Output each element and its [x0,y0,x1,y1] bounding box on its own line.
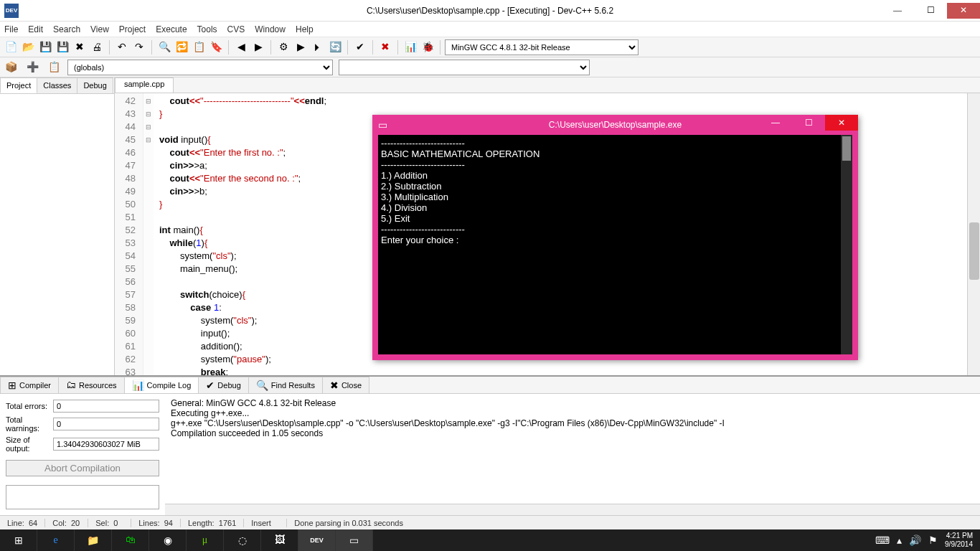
compile-extra-field[interactable] [6,485,159,509]
total-errors-label: Total errors: [6,402,49,410]
insert-icon[interactable]: ➕ [24,60,40,75]
menu-edit[interactable]: Edit [28,24,43,34]
menu-cvs[interactable]: CVS [227,24,245,34]
title-bar: DEV C:\Users\user\Desktop\sample.cpp - [… [0,0,980,22]
tray-action-icon[interactable]: ⚑ [928,534,938,547]
rebuild-icon[interactable]: 🔄 [327,39,343,55]
bottom-tab-resources[interactable]: 🗂Resources [58,377,125,393]
find-icon[interactable]: 🔍 [156,39,172,55]
redo-icon[interactable]: ↷ [131,39,147,55]
total-errors-field[interactable] [53,400,159,413]
bottom-tab-debug[interactable]: ✔Debug [198,377,248,393]
fold-column[interactable]: ⊟ ⊟ ⊟ ⊟ [143,93,154,375]
console-minimize-button[interactable]: — [759,115,792,131]
menu-help[interactable]: Help [296,24,314,34]
undo-icon[interactable]: ↶ [114,39,130,55]
main-toolbar: 📄 📂 💾 💾 ✖ 🖨 ↶ ↷ 🔍 🔁 📋 🔖 ◀ ▶ ⚙ ▶ ⏵ 🔄 ✔ ✖ … [0,37,980,57]
run-icon[interactable]: ▶ [293,39,308,55]
find-results-icon: 🔍 [256,380,268,392]
taskbar-photos-icon[interactable]: 🖼 [261,529,298,551]
vertical-scrollbar[interactable] [967,93,980,375]
compile-log-icon: 📊 [132,380,144,392]
output-size-field[interactable] [53,438,159,451]
start-button[interactable]: ⊞ [0,529,37,551]
member-select[interactable] [339,60,590,75]
app-icon: DEV [4,4,19,18]
goto-icon[interactable]: 📋 [191,39,207,55]
resources-icon: 🗂 [66,380,76,391]
console-titlebar[interactable]: ▭ C:\Users\user\Desktop\sample.exe — ☐ ✕ [372,115,858,135]
menu-window[interactable]: Window [255,24,286,34]
list-icon[interactable]: 📋 [46,60,62,75]
compile-icon[interactable]: ⚙ [275,39,291,55]
tool-icon[interactable]: 🐞 [420,39,435,55]
file-tab-sample[interactable]: sample.cpp [115,77,174,93]
side-panel: ProjectClassesDebug [0,77,115,375]
bottom-tab-find-results[interactable]: 🔍Find Results [248,377,323,393]
taskbar-devcpp-icon[interactable]: DEV [298,529,336,551]
menu-search[interactable]: Search [53,24,80,34]
abort-compilation-button[interactable]: Abort Compilation [6,460,159,476]
close-button[interactable]: ✕ [947,3,980,19]
compile-summary: Total errors: Total warnings: Size of ou… [0,394,165,515]
taskbar: ⊞ e 📁 🛍 ◉ μ ◌ 🖼 DEV ▭ ⌨ ▴ 🔊 ⚑ 4:21 PM9/9… [0,529,980,551]
side-tab-project[interactable]: Project [0,77,37,93]
open-file-icon[interactable]: 📂 [20,39,36,55]
menu-view[interactable]: View [90,24,109,34]
taskbar-chrome-icon[interactable]: ◉ [149,529,187,551]
console-output[interactable]: --------------------------- BASIC MATHEM… [378,135,852,354]
taskbar-app1-icon[interactable]: ◌ [224,529,261,551]
compile-log[interactable]: General: MinGW GCC 4.8.1 32-bit Release … [165,394,980,515]
save-icon[interactable]: 💾 [37,39,53,55]
menu-project[interactable]: Project [119,24,146,34]
close-file-icon[interactable]: ✖ [72,39,88,55]
console-title: C:\Users\user\Desktop\sample.exe [549,120,682,130]
line-gutter: 42 43 44 45 46 47 48 49 50 51 52 53 54 5… [115,93,143,375]
maximize-button[interactable]: ☐ [914,3,947,19]
debug-icon[interactable]: ✔ [352,39,368,55]
compile-run-icon[interactable]: ⏵ [310,39,326,55]
forward-icon[interactable]: ▶ [250,39,266,55]
taskbar-explorer-icon[interactable]: 📁 [75,529,112,551]
new-class-icon[interactable]: 📦 [3,60,19,75]
compiler-select[interactable]: MinGW GCC 4.8.1 32-bit Release [445,39,639,55]
console-close-button[interactable]: ✕ [825,115,858,131]
console-maximize-button[interactable]: ☐ [792,115,825,131]
save-all-icon[interactable]: 💾 [55,39,70,55]
minimize-button[interactable]: — [881,3,914,19]
new-file-icon[interactable]: 📄 [3,39,19,55]
tray-up-icon[interactable]: ▴ [897,534,902,547]
menu-bar: FileEditSearchViewProjectExecuteToolsCVS… [0,22,980,37]
side-tab-classes[interactable]: Classes [37,77,77,93]
bottom-tab-close[interactable]: ✖Close [322,377,369,393]
window-title: C:\Users\user\Desktop\sample.cpp - [Exec… [367,6,613,16]
console-icon: ▭ [378,119,387,131]
console-scrollbar[interactable] [841,135,852,354]
side-tab-debug[interactable]: Debug [77,77,113,93]
tray-keyboard-icon[interactable]: ⌨ [875,534,890,547]
print-icon[interactable]: 🖨 [89,39,105,55]
stop-icon[interactable]: ✖ [377,39,393,55]
back-icon[interactable]: ◀ [233,39,249,55]
tray-volume-icon[interactable]: 🔊 [909,534,921,547]
scope-select[interactable]: (globals) [67,60,333,75]
taskbar-utorrent-icon[interactable]: μ [187,529,224,551]
console-window[interactable]: ▭ C:\Users\user\Desktop\sample.exe — ☐ ✕… [372,115,858,360]
taskbar-clock[interactable]: 4:21 PM9/9/2014 [945,532,973,549]
menu-file[interactable]: File [4,24,18,34]
taskbar-ie-icon[interactable]: e [37,529,75,551]
taskbar-store-icon[interactable]: 🛍 [112,529,149,551]
total-warnings-label: Total warnings: [6,415,49,433]
taskbar-console-icon[interactable]: ▭ [336,529,373,551]
bookmark-icon[interactable]: 🔖 [208,39,224,55]
side-panel-tabs: ProjectClassesDebug [0,77,114,94]
menu-execute[interactable]: Execute [156,24,187,34]
replace-icon[interactable]: 🔁 [174,39,189,55]
menu-tools[interactable]: Tools [197,24,217,34]
bottom-tab-compile-log[interactable]: 📊Compile Log [124,377,199,393]
debug-icon: ✔ [206,380,215,392]
total-warnings-field[interactable] [53,418,159,430]
bottom-tab-compiler[interactable]: ⊞Compiler [0,377,59,393]
profile-icon[interactable]: 📊 [402,39,418,55]
horizontal-scrollbar[interactable] [165,504,980,515]
